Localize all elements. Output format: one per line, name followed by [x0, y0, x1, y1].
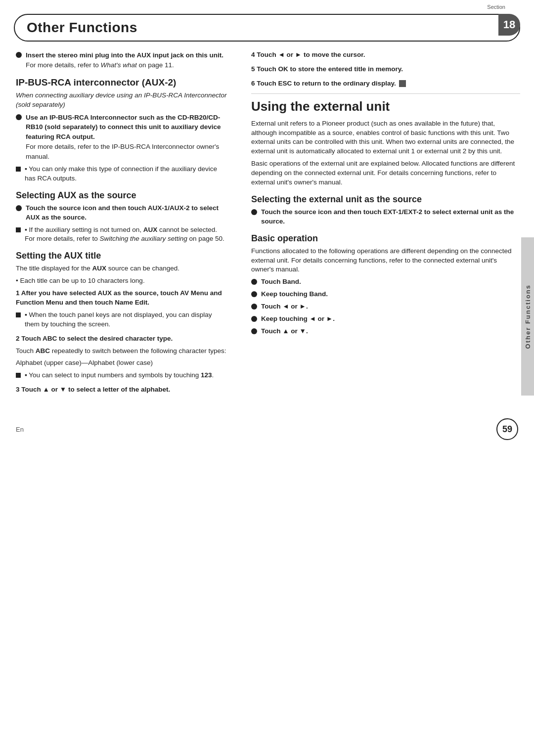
step-4: 4 Touch ◄ or ► to move the cursor. [251, 50, 520, 60]
selecting-title: Selecting the external unit as the sourc… [251, 194, 520, 205]
step-2: 2 Touch ABC to select the desired charac… [16, 334, 228, 381]
basic-body: Functions allocated to the following ope… [251, 247, 520, 275]
bullet-circle-icon [16, 52, 22, 58]
bullet-insert-text: Insert the stereo mini plug into the AUX… [26, 50, 223, 70]
left-column: Insert the stereo mini plug into the AUX… [0, 50, 242, 400]
step1-bold: 1 After you have selected AUX as the sou… [16, 289, 228, 308]
basic-item-1: Keep touching Band. [251, 290, 520, 299]
bullet-square-icon [16, 312, 21, 317]
step-1: 1 After you have selected AUX as the sou… [16, 289, 228, 329]
sidebar-label-wrapper: Other Functions [521, 237, 534, 396]
page-title: Other Functions [27, 20, 137, 36]
step-3: 3 Touch ▲ or ▼ to select a letter of the… [16, 385, 228, 395]
bullet-ipbus-note: ▪ You can only make this type of connect… [16, 165, 228, 183]
bullet-circle-icon [251, 291, 257, 297]
step-5: 5 Touch OK to store the entered title in… [251, 65, 520, 74]
page-header: Section Other Functions 18 [14, 14, 520, 42]
step2-bold: 2 Touch ABC to select the desired charac… [16, 334, 228, 344]
bullet-ipbus: Use an IP-BUS-RCA Interconnector such as… [16, 113, 228, 162]
basic-item-0: Touch Band. [251, 277, 520, 287]
stop-icon [399, 80, 406, 87]
bullet-aux-note: ▪ If the auxiliary setting is not turned… [16, 225, 228, 244]
bullet-circle-icon [16, 205, 22, 211]
basic-item-3: Keep touching ◄ or ►. [251, 314, 520, 324]
ipbus-section-title: IP-BUS-RCA interconnector (AUX-2) [16, 77, 228, 88]
aux-title-bullet: • Each title can be up to 10 characters … [16, 276, 228, 286]
step1-note: ▪ When the touch panel keys are not disp… [16, 311, 228, 329]
page-footer: En 59 [0, 409, 534, 449]
aux-source-title: Selecting AUX as the source [16, 190, 228, 201]
step3-bold: 3 Touch ▲ or ▼ to select a letter of the… [16, 385, 228, 395]
footer-lang: En [16, 426, 24, 433]
aux-title-section: Setting the AUX title [16, 251, 228, 261]
bullet-square-icon [16, 227, 21, 232]
step-6: 6 Touch ESC to return to the ordinary di… [251, 79, 520, 89]
bullet-circle-icon [251, 304, 257, 310]
using-title: Using the external unit [251, 99, 520, 114]
bullet-ipbus-text: Use an IP-BUS-RCA Interconnector such as… [26, 113, 228, 162]
divider [251, 93, 520, 94]
section-number: 18 [498, 14, 520, 36]
bullet-circle-icon [251, 328, 257, 334]
footer-page: 59 [496, 418, 518, 440]
section-label: Section [487, 4, 505, 10]
sidebar-label: Other Functions [524, 284, 532, 349]
basic-title: Basic operation [251, 233, 520, 244]
using-body: External unit refers to a Pioneer produc… [251, 119, 520, 157]
ipbus-italic: When connecting auxiliary device using a… [16, 91, 228, 110]
bullet-selecting: Touch the source icon and then touch EXT… [251, 208, 520, 226]
using-body2: Basic operations of the external unit ar… [251, 159, 520, 187]
aux-title-body: The title displayed for the AUX source c… [16, 264, 228, 273]
bullet-aux-source: Touch the source icon and then touch AUX… [16, 204, 228, 222]
bullet-circle-icon [251, 316, 257, 322]
main-content: Insert the stereo mini plug into the AUX… [0, 42, 534, 400]
right-column: 4 Touch ◄ or ► to move the cursor. 5 Tou… [242, 50, 534, 400]
bullet-circle-icon [251, 209, 257, 215]
step2-note: ▪ You can select to input numbers and sy… [16, 371, 228, 380]
bullet-square-icon [16, 373, 21, 378]
basic-item-2: Touch ◄ or ►. [251, 302, 520, 311]
bullet-square-icon [16, 167, 21, 172]
basic-items-list: Touch Band. Keep touching Band. Touch ◄ … [251, 277, 520, 336]
bullet-insert-plug: Insert the stereo mini plug into the AUX… [16, 50, 228, 70]
basic-item-4: Touch ▲ or ▼. [251, 327, 520, 336]
bullet-circle-icon [251, 279, 257, 285]
bullet-circle-icon [16, 114, 22, 120]
